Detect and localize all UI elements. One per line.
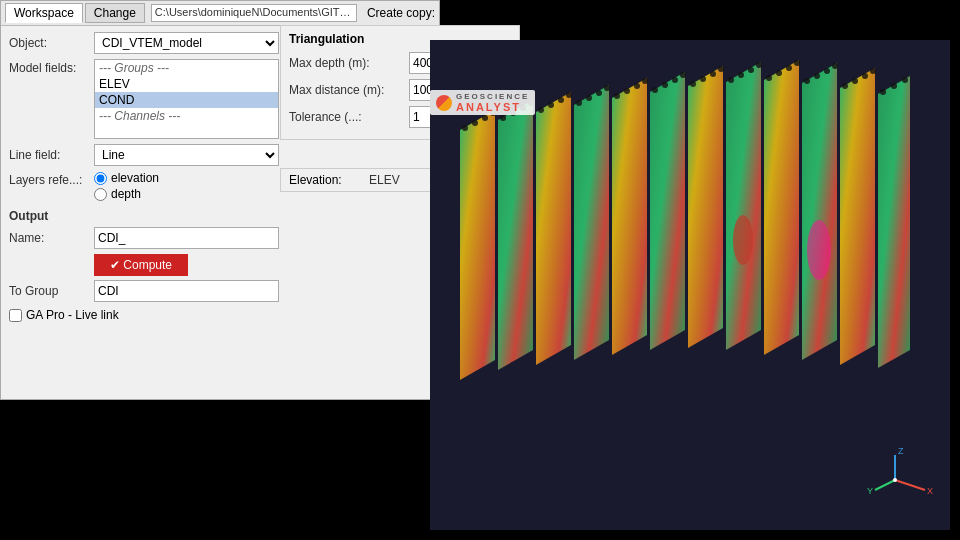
name-row: Name: <box>9 227 431 249</box>
svg-point-28 <box>614 93 620 99</box>
svg-point-40 <box>690 81 696 87</box>
svg-point-50 <box>756 62 762 68</box>
svg-point-72 <box>880 89 886 95</box>
svg-point-48 <box>738 72 744 78</box>
svg-text:Y: Y <box>867 486 873 496</box>
elevation-radio-row: elevation <box>94 171 159 185</box>
svg-point-30 <box>634 83 640 89</box>
svg-point-24 <box>596 90 602 96</box>
create-copy-label: Create copy: <box>367 6 435 20</box>
layers-radio-group: elevation depth <box>94 171 159 201</box>
ga-pro-label: GA Pro - Live link <box>26 308 119 322</box>
svg-marker-2 <box>460 110 495 380</box>
svg-point-69 <box>870 68 876 74</box>
svg-marker-57 <box>802 63 837 360</box>
svg-point-37 <box>680 72 686 78</box>
tolerance-label: Tolerance (...: <box>289 110 409 124</box>
filepath: C:\Users\dominiqueN\Documents\GIT\mira\m… <box>151 4 357 22</box>
svg-point-54 <box>776 70 782 76</box>
svg-point-60 <box>804 78 810 84</box>
output-title: Output <box>9 209 431 223</box>
svg-point-17 <box>548 102 554 108</box>
name-input[interactable] <box>94 227 279 249</box>
svg-point-53 <box>766 75 772 81</box>
svg-marker-32 <box>650 72 685 350</box>
workspace-tab[interactable]: Workspace <box>5 3 83 23</box>
svg-point-5 <box>472 120 478 126</box>
svg-point-61 <box>814 73 820 79</box>
layers-reference-label: Layers refe...: <box>9 171 94 201</box>
svg-point-29 <box>624 88 630 94</box>
depth-radio-label: depth <box>111 187 141 201</box>
svg-point-18 <box>558 97 564 103</box>
svg-point-67 <box>852 78 858 84</box>
svg-text:X: X <box>927 486 933 496</box>
svg-point-46 <box>733 215 753 265</box>
svg-marker-20 <box>574 85 609 360</box>
svg-point-43 <box>718 66 724 72</box>
svg-marker-8 <box>498 100 533 370</box>
svg-point-47 <box>728 77 734 83</box>
svg-point-42 <box>710 71 716 77</box>
output-section: Output Name: ✔ Compute To Group <box>9 209 431 302</box>
to-group-input[interactable] <box>94 280 279 302</box>
svg-point-41 <box>700 76 706 82</box>
svg-marker-38 <box>688 66 723 348</box>
svg-marker-26 <box>612 78 647 355</box>
ga-pro-checkbox[interactable] <box>9 309 22 322</box>
svg-point-19 <box>566 92 572 98</box>
elevation-radio-label: elevation <box>111 171 159 185</box>
list-item[interactable]: --- Channels --- <box>95 108 278 124</box>
svg-point-74 <box>902 77 908 83</box>
list-item[interactable]: COND <box>95 92 278 108</box>
svg-point-63 <box>832 63 838 69</box>
svg-point-25 <box>604 85 610 91</box>
name-label: Name: <box>9 231 94 245</box>
svg-point-16 <box>538 107 544 113</box>
svg-point-73 <box>891 83 897 89</box>
to-group-row: To Group <box>9 280 431 302</box>
svg-point-6 <box>482 115 488 121</box>
model-fields-label: Model fields: <box>9 59 94 139</box>
svg-marker-64 <box>840 68 875 365</box>
toolbar: Workspace Change C:\Users\dominiqueN\Doc… <box>1 1 439 26</box>
svg-point-68 <box>862 73 868 79</box>
svg-point-36 <box>672 77 678 83</box>
line-field-select[interactable]: Line <box>94 144 279 166</box>
model-fields-list[interactable]: --- Groups ---ELEVCOND--- Channels --- <box>94 59 279 139</box>
line-field-row: Line field: Line <box>9 144 431 166</box>
object-select[interactable]: CDI_VTEM_model <box>94 32 279 54</box>
svg-point-62 <box>824 68 830 74</box>
list-item[interactable]: --- Groups --- <box>95 60 278 76</box>
depth-radio-row: depth <box>94 187 159 201</box>
change-tab[interactable]: Change <box>85 3 145 23</box>
logo-text: GEOSCIENCE ANALYST <box>456 92 529 113</box>
elevation-radio[interactable] <box>94 172 107 185</box>
svg-marker-70 <box>878 76 910 368</box>
svg-point-35 <box>662 82 668 88</box>
logo-overlay: GEOSCIENCE ANALYST <box>430 90 535 115</box>
svg-marker-44 <box>726 62 761 350</box>
svg-point-22 <box>576 100 582 106</box>
svg-point-59 <box>807 220 831 280</box>
compute-button[interactable]: ✔ Compute <box>94 254 188 276</box>
logo-icon <box>436 95 452 111</box>
svg-point-66 <box>842 83 848 89</box>
svg-point-10 <box>500 115 506 121</box>
svg-point-4 <box>462 125 468 131</box>
object-label: Object: <box>9 36 94 50</box>
svg-point-49 <box>748 67 754 73</box>
depth-radio[interactable] <box>94 188 107 201</box>
svg-point-23 <box>586 95 592 101</box>
ga-pro-row: GA Pro - Live link <box>9 308 431 322</box>
to-group-label: To Group <box>9 284 94 298</box>
svg-marker-1 <box>430 420 920 470</box>
svg-point-81 <box>893 478 897 482</box>
svg-point-56 <box>794 60 800 66</box>
svg-point-55 <box>786 65 792 71</box>
svg-text:Z: Z <box>898 446 904 456</box>
svg-marker-51 <box>764 60 799 355</box>
max-depth-label: Max depth (m): <box>289 56 409 70</box>
elevation-value: ELEV <box>369 173 400 187</box>
list-item[interactable]: ELEV <box>95 76 278 92</box>
